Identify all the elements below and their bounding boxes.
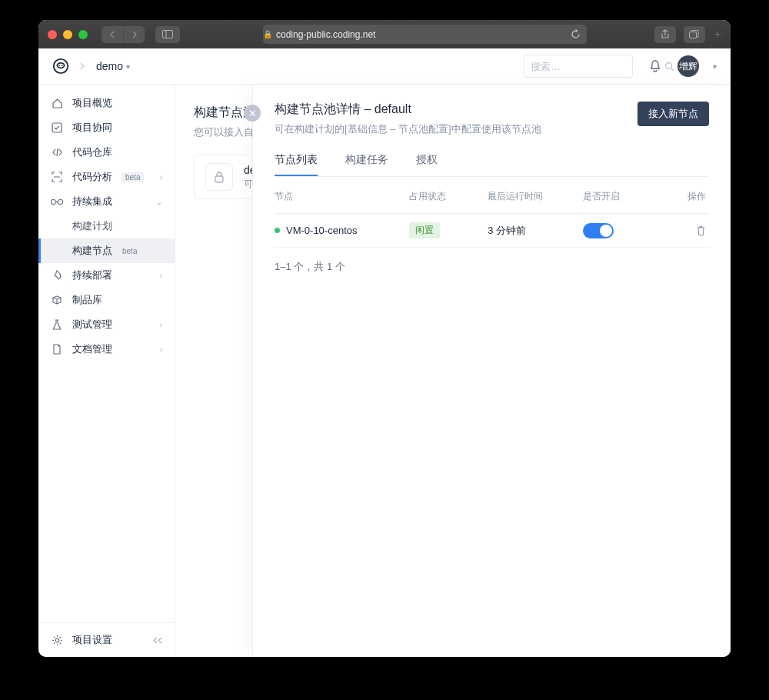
delete-button[interactable] (696, 225, 706, 236)
close-window-icon[interactable] (48, 30, 57, 39)
sidebar-item-label: 持续集成 (72, 195, 112, 208)
global-search[interactable] (524, 55, 633, 78)
address-bar[interactable]: 🔒 coding-public.coding.net (263, 25, 587, 44)
beta-badge: beta (118, 246, 141, 256)
breadcrumb-project-label: demo (96, 60, 123, 72)
document-icon (51, 344, 63, 355)
user-menu-chevron-icon[interactable]: ▾ (713, 62, 717, 71)
lock-icon (205, 163, 233, 191)
tab-node-list[interactable]: 节点列表 (275, 153, 318, 176)
sidebar-item-label: 项目协同 (72, 121, 112, 135)
chevron-down-icon: ▾ (126, 62, 130, 71)
home-icon (51, 98, 63, 109)
enabled-toggle[interactable] (583, 223, 614, 238)
search-input[interactable] (531, 61, 660, 72)
sidebar-sub-build-node[interactable]: 构建节点 beta (38, 238, 175, 263)
sidebar-item-settings[interactable]: 项目设置 (38, 623, 175, 657)
svg-point-5 (58, 65, 60, 66)
app-header: demo ▾ 增辉 ▾ (38, 48, 731, 85)
svg-line-8 (671, 68, 674, 71)
traffic-lights (48, 30, 88, 39)
panel-title: 构建节点池详情 – default (275, 102, 541, 118)
breadcrumb-sep-icon (80, 62, 85, 70)
sidebar-item-overview[interactable]: 项目概览 (38, 91, 175, 115)
table-header: 节点 占用状态 最后运行时间 是否开启 操作 (275, 180, 709, 214)
sidebar-item-docs[interactable]: 文档管理 › (38, 337, 175, 362)
sidebar-item-analysis[interactable]: 代码分析 beta › (38, 165, 175, 189)
cell-status: 闲置 (409, 222, 488, 238)
col-lastrun: 最后运行时间 (488, 190, 582, 203)
collapse-icon[interactable] (152, 636, 162, 645)
browser-window: 🔒 coding-public.coding.net + (38, 20, 731, 657)
col-node: 节点 (275, 190, 409, 203)
sidebar-item-artifact[interactable]: 制品库 (38, 288, 175, 312)
svg-point-6 (62, 65, 63, 66)
sidebar-item-ci[interactable]: 持续集成 ⌄ (38, 189, 175, 214)
col-actions: 操作 (661, 190, 709, 203)
chevron-right-icon: › (160, 272, 162, 280)
tabs-button[interactable] (684, 26, 705, 43)
share-button[interactable] (654, 26, 676, 43)
check-square-icon (51, 122, 63, 133)
notifications-button[interactable] (644, 60, 667, 73)
sidebar-item-label: 制品库 (72, 293, 102, 307)
sidebar-item-label: 持续部署 (72, 268, 112, 282)
panel-tabs: 节点列表 构建任务 授权 (275, 153, 709, 177)
forward-button[interactable] (123, 26, 145, 43)
cell-node-name[interactable]: VM-0-10-centos (275, 225, 409, 236)
app-logo[interactable] (52, 58, 69, 75)
panel-subtitle: 可在构建计划的[基础信息 – 节点池配置]中配置使用该节点池 (275, 122, 541, 136)
svg-rect-9 (52, 123, 62, 132)
url-text: coding-public.coding.net (276, 29, 375, 40)
breadcrumb-project[interactable]: demo ▾ (96, 60, 130, 72)
sidebar-item-label: 项目设置 (72, 633, 112, 647)
status-dot-icon (275, 228, 280, 233)
svg-point-3 (54, 59, 68, 73)
tab-auth[interactable]: 授权 (416, 153, 438, 176)
flask-icon (51, 319, 63, 330)
col-enabled: 是否开启 (583, 190, 662, 203)
node-table: 节点 占用状态 最后运行时间 是否开启 操作 VM-0-10-centos (275, 180, 709, 248)
sidebar-toggle-button[interactable] (155, 26, 180, 43)
scan-icon (51, 172, 63, 182)
app-root: demo ▾ 增辉 ▾ 项目概览 (38, 48, 731, 657)
chevron-down-icon: ⌄ (156, 198, 162, 206)
sidebar-sub-build-plan[interactable]: 构建计划 (38, 214, 175, 238)
browser-title-bar: 🔒 coding-public.coding.net + (38, 20, 731, 48)
beta-badge: beta (122, 172, 144, 182)
sidebar-item-cd[interactable]: 持续部署 › (38, 263, 175, 288)
svg-rect-11 (215, 176, 223, 182)
title-bar-right: + (654, 26, 721, 43)
zoom-window-icon[interactable] (78, 30, 88, 39)
sidebar-item-label: 文档管理 (72, 342, 112, 356)
reload-icon[interactable] (571, 29, 581, 39)
sidebar-item-test[interactable]: 测试管理 › (38, 312, 175, 337)
main-content: 构建节点池 您可以接入自己的 def 可用 ✕ 构建 (175, 85, 731, 657)
sidebar-item-repo[interactable]: 代码仓库 (38, 140, 175, 165)
avatar[interactable]: 增辉 (677, 55, 699, 77)
svg-rect-0 (163, 31, 173, 38)
rocket-icon (51, 270, 63, 281)
chevron-right-icon: › (160, 321, 162, 329)
back-button[interactable] (102, 26, 123, 43)
lock-icon: 🔒 (263, 30, 272, 38)
tab-build-jobs[interactable]: 构建任务 (345, 153, 388, 176)
status-badge: 闲置 (409, 222, 440, 238)
new-tab-button[interactable]: + (714, 28, 721, 42)
sidebar-item-label: 代码分析 (72, 170, 112, 184)
add-node-button[interactable]: 接入新节点 (638, 102, 709, 126)
close-panel-button[interactable]: ✕ (244, 105, 261, 122)
code-icon (51, 148, 63, 157)
sidebar: 项目概览 项目协同 代码仓库 代码分析 beta › (38, 85, 175, 657)
table-row: VM-0-10-centos 闲置 3 分钟前 (275, 214, 709, 248)
sidebar-footer: 项目设置 (38, 622, 175, 657)
sidebar-item-label: 项目概览 (72, 96, 112, 110)
chevron-right-icon: › (160, 173, 162, 182)
minimize-window-icon[interactable] (63, 30, 72, 39)
node-name-text: VM-0-10-centos (286, 225, 357, 236)
detail-panel: ✕ 构建节点池详情 – default 可在构建计划的[基础信息 – 节点池配置… (252, 85, 731, 657)
sidebar-item-collab[interactable]: 项目协同 (38, 115, 175, 140)
svg-rect-2 (690, 32, 697, 38)
chevron-right-icon: › (160, 345, 162, 354)
infinity-icon (51, 198, 63, 205)
